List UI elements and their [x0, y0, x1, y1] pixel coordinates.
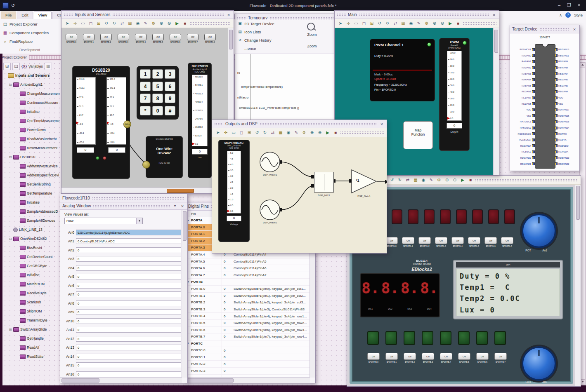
push-button[interactable]: Off	[440, 353, 452, 360]
play-icon[interactable]: ▶	[459, 177, 466, 183]
chevron-down-icon[interactable]: ▾	[136, 218, 142, 224]
tree-item[interactable]: ReadState	[3, 352, 61, 361]
pattern-icon[interactable]: ▦	[127, 20, 133, 27]
style-button[interactable]: Style	[574, 13, 583, 17]
tree-item[interactable]: SampleAddressedD	[3, 207, 61, 216]
analog-subheader[interactable]: Analog Window ▾ ×	[60, 202, 187, 210]
drag-handle[interactable]	[539, 28, 569, 31]
channel-value-field[interactable]: 0	[76, 274, 181, 279]
view-option[interactable]: ▣ 2D Target Device	[234, 19, 335, 28]
chip-pin[interactable]: RA6/OSC2	[510, 125, 535, 131]
keypad-key[interactable]: 7	[140, 94, 151, 103]
tree-item[interactable]: Initialise	[3, 270, 61, 279]
drag-handle[interactable]	[237, 16, 246, 19]
chip-pin[interactable]: RB6/AN11	[555, 53, 579, 59]
chip-pin[interactable]: RC2/AN14	[510, 143, 535, 149]
explorer-extra-icon[interactable]: ▥	[45, 63, 52, 70]
drag-handle[interactable]	[359, 13, 489, 16]
ldr-knob[interactable]	[522, 346, 556, 381]
cursor-icon[interactable]: ➤	[337, 20, 344, 27]
edit-icon[interactable]: ✎	[142, 20, 149, 27]
tree-item[interactable]: ReceiveByte	[3, 289, 61, 298]
settings-icon[interactable]: ⚙	[150, 20, 157, 27]
tree-item[interactable]: SampleAllDevices	[3, 216, 61, 225]
select-icon[interactable]: ▭	[80, 20, 86, 27]
channel-value-field[interactable]: 0	[76, 354, 181, 359]
map-function-block[interactable]: Map Function	[403, 121, 433, 149]
push-button[interactable]: Off	[484, 237, 497, 244]
panel-inputs-header[interactable]: Inputs and Sensors ×	[61, 11, 234, 19]
chip-pin[interactable]: RD1/AN21	[510, 161, 535, 167]
channel-value-field[interactable]: 0:Combo(BL0114)Pot.ADC	[76, 238, 181, 244]
tree-item[interactable]: GetSerialString	[3, 180, 61, 189]
pattern-icon[interactable]: ▦	[277, 129, 284, 136]
push-button[interactable]: Off	[404, 353, 416, 360]
close-button[interactable]: ×	[574, 2, 584, 9]
tree-item[interactable]: GetCRCByte	[3, 261, 61, 270]
keypad-key[interactable]: 8	[152, 94, 163, 103]
help-icon[interactable]: ?	[565, 12, 571, 18]
cursor-icon[interactable]: ➤	[215, 129, 221, 136]
tab-edit[interactable]: Edit	[17, 12, 33, 19]
rotate-left-icon[interactable]: ↺	[376, 20, 383, 27]
drag-handle[interactable]	[214, 122, 223, 125]
push-button[interactable]: Off	[468, 237, 480, 244]
settings-icon[interactable]: ⚙	[436, 177, 442, 183]
ds18b20-component[interactable]: DS18B20 DS18B20 131.0104.477.951.324.7-1…	[72, 66, 130, 179]
sim-switch-button[interactable]: Off	[187, 34, 198, 40]
tree-item[interactable]: OneTimeMeasureme	[3, 116, 61, 125]
onewire-connector-dot[interactable]	[142, 161, 150, 169]
target-icon[interactable]: ◉	[135, 20, 141, 27]
channel-value-field[interactable]: 0	[76, 283, 181, 289]
target-icon[interactable]: ◉	[420, 177, 427, 183]
zoom-out-icon[interactable]: ⊖	[166, 20, 172, 27]
temperature-scale[interactable]: 131.0104.477.951.324.7-1.9-28.4-55.0	[76, 77, 96, 145]
chip-pin[interactable]: RA1/AN1	[510, 59, 535, 65]
ribbon-button[interactable]: ▤ Project Explorer	[2, 20, 61, 28]
pwm-slider-component[interactable]: PWM Panel2 (PWM CH1) 100.090.080.070.060…	[439, 38, 470, 151]
tree-item[interactable]: ResetMeasurement	[3, 143, 61, 153]
chip-pin[interactable]: RB4/AN8	[555, 65, 579, 71]
analog-horizontal-scrollbar[interactable]	[60, 377, 182, 383]
drag-handle[interactable]	[337, 13, 346, 16]
zoom-in-icon[interactable]: ⊕	[309, 129, 315, 136]
grid-icon[interactable]: ⊞	[246, 129, 253, 136]
sim-switch-button[interactable]: Off	[152, 34, 164, 40]
drag-handle[interactable]	[463, 22, 496, 25]
play-icon[interactable]: ▶	[174, 20, 180, 27]
chip-pin[interactable]: VSS	[555, 101, 579, 107]
pin-row[interactable]: PORTB.0 0 SwitchArraySlider1(pin0), keyp…	[186, 286, 310, 293]
ribbon-button[interactable]: ▦ Component Properties	[2, 28, 61, 37]
channel-value-field[interactable]: 0	[76, 327, 181, 333]
pin-row[interactable]: PORTC.0 0	[186, 347, 310, 354]
chip-pin[interactable]: RC6/TX	[555, 137, 579, 143]
chip-pin[interactable]: RC5/SDO	[555, 143, 579, 149]
settings-icon[interactable]: ⚙	[423, 20, 430, 27]
grid-icon[interactable]: ⊞	[95, 20, 102, 27]
tree-item[interactable]: ReadMeasurement	[3, 134, 61, 143]
chip-pin[interactable]: RD4/AN24	[555, 125, 579, 131]
tree-item[interactable]: ⊟ DS18B20	[3, 153, 61, 162]
keypad-key[interactable]: 6	[165, 82, 175, 91]
chip-pin[interactable]: VDD	[510, 107, 535, 113]
expander-icon[interactable]: ⊟	[9, 328, 12, 331]
drag-handle[interactable]	[92, 197, 185, 200]
dsp-wave1-icon[interactable]	[259, 151, 281, 173]
variables-label[interactable]: Variables	[28, 64, 43, 68]
expander-icon[interactable]: ⊟	[9, 155, 12, 159]
keypad-key[interactable]: 9	[165, 94, 175, 103]
tree-item[interactable]: MatchROM	[3, 279, 61, 289]
chip-pin[interactable]: RB7/AN13	[555, 47, 579, 53]
tree-item[interactable]: Initialise	[3, 107, 61, 116]
chip-pin[interactable]: RC4/SDA	[555, 149, 579, 155]
target-icon[interactable]: ◉	[285, 129, 292, 136]
tab-file[interactable]: File	[1, 12, 16, 19]
zoom-in-icon[interactable]: ⊕	[158, 20, 165, 27]
push-button[interactable]: Off	[451, 237, 464, 244]
chip-pin[interactable]: RE0/AN6	[510, 89, 535, 95]
pin-row[interactable]: ▾ PORTB	[186, 279, 310, 286]
panel-target-header[interactable]: Target Device ×	[510, 25, 579, 33]
channel-value-field[interactable]: 0	[76, 247, 181, 253]
chip-pin[interactable]: VDD	[555, 95, 579, 101]
chip-pin[interactable]: VSS	[510, 113, 535, 119]
